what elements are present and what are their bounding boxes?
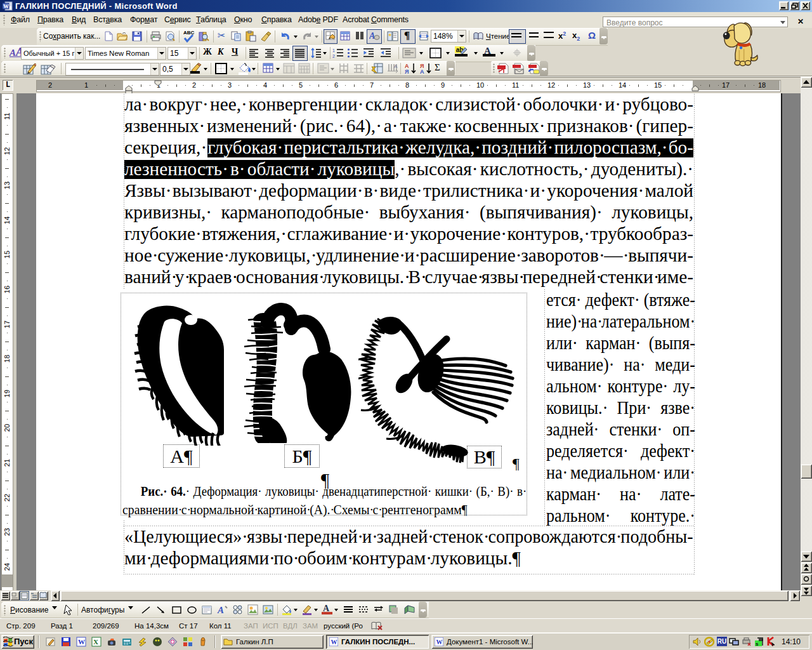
svg-text:А: А <box>420 69 424 74</box>
svg-text:s: s <box>756 641 759 647</box>
svg-text:1: 1 <box>332 48 335 53</box>
svg-text:W: W <box>3 3 9 10</box>
svg-text:2: 2 <box>332 54 335 58</box>
svg-text:Я: Я <box>405 69 409 74</box>
svg-text:A: A <box>394 63 398 69</box>
svg-text:A: A <box>369 31 375 41</box>
svg-text:X: X <box>93 638 98 646</box>
svg-text:W: W <box>436 639 443 646</box>
svg-text:W: W <box>331 639 337 646</box>
svg-text:W: W <box>78 638 85 646</box>
svg-text:A: A <box>217 605 224 615</box>
